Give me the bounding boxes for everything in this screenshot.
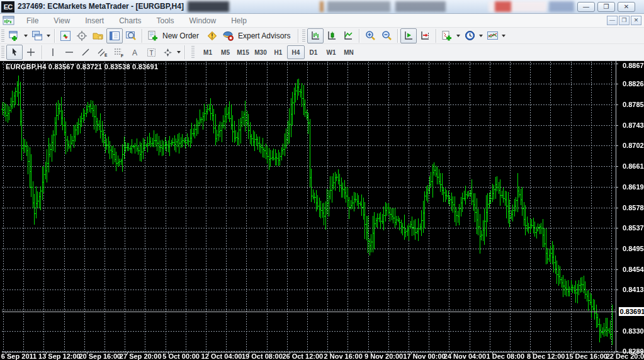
close-button[interactable]: ✕ bbox=[618, 2, 635, 12]
toolbar-separator bbox=[436, 29, 436, 43]
price-axis-label: 0.87850 bbox=[623, 101, 644, 108]
price-chart-canvas[interactable] bbox=[0, 61, 644, 360]
price-axis-label: 0.85780 bbox=[623, 204, 644, 211]
timeframe-button-d1[interactable]: D1 bbox=[305, 45, 322, 59]
new-chart-dropdown[interactable] bbox=[23, 28, 29, 43]
zoom-in-button[interactable] bbox=[362, 28, 378, 43]
indicators-button[interactable] bbox=[439, 28, 455, 43]
timeframe-button-m15[interactable]: M15 bbox=[234, 45, 252, 59]
timeframe-button-m5[interactable]: M5 bbox=[217, 45, 234, 59]
toolbar-grip[interactable] bbox=[1, 46, 4, 59]
timeframe-button-mn[interactable]: MN bbox=[340, 45, 358, 59]
time-axis-label: 13 Sep 12:00 bbox=[38, 352, 81, 360]
toolbar-separator bbox=[298, 29, 298, 43]
strategy-tester-button[interactable] bbox=[123, 28, 139, 43]
minimize-button[interactable]: — bbox=[577, 2, 595, 12]
equidistant-channel-button[interactable]: E bbox=[94, 45, 110, 60]
crosshair-button[interactable] bbox=[23, 45, 39, 60]
expert-advisors-label[interactable]: Expert Advisors bbox=[238, 31, 290, 40]
arrows-dropdown[interactable] bbox=[176, 45, 182, 60]
price-axis-label: 0.86610 bbox=[623, 162, 644, 170]
menu-bar: FileViewInsertChartsToolsWindowHelp — ❐ … bbox=[0, 14, 644, 28]
timeframe-button-h1[interactable]: H1 bbox=[269, 45, 287, 59]
arrows-button[interactable] bbox=[159, 45, 176, 60]
time-axis-label: 6 Sep 2011 bbox=[1, 352, 37, 360]
terminal-button[interactable] bbox=[106, 28, 123, 43]
market-watch-button[interactable] bbox=[57, 28, 74, 43]
price-axis-label: 0.88670 bbox=[623, 62, 644, 69]
profiles-button[interactable] bbox=[29, 28, 45, 43]
templates-dropdown[interactable] bbox=[500, 28, 507, 43]
time-axis-label: 1 Dec 08:00 bbox=[487, 352, 525, 360]
toolbar-grip[interactable] bbox=[191, 46, 195, 59]
line-chart-button[interactable] bbox=[340, 28, 356, 43]
background-blob bbox=[320, 1, 324, 12]
alert-icon[interactable]: ! bbox=[204, 28, 220, 43]
mdi-restore-button[interactable]: ❐ bbox=[619, 16, 630, 25]
time-axis-label: 20 Sep 16:00 bbox=[79, 352, 121, 360]
bar-chart-button[interactable] bbox=[307, 28, 324, 43]
toolbar-grip[interactable] bbox=[1, 30, 4, 42]
time-axis-label: 2 Nov 16:00 bbox=[324, 352, 363, 360]
menu-item-view[interactable]: View bbox=[46, 15, 77, 26]
menu-item-insert[interactable]: Insert bbox=[77, 15, 111, 26]
new-chart-button[interactable] bbox=[6, 28, 23, 43]
svg-text:E: E bbox=[105, 53, 108, 57]
fibonacci-button[interactable]: F bbox=[110, 45, 127, 60]
maximize-button[interactable]: ❐ bbox=[597, 2, 615, 12]
chart-area[interactable]: EURGBP,H4 0.83567 0.83721 0.83538 0.8369… bbox=[0, 61, 644, 360]
data-window-button[interactable] bbox=[74, 28, 90, 43]
menu-item-charts[interactable]: Charts bbox=[111, 15, 149, 26]
price-axis-label: 0.83300 bbox=[623, 327, 644, 335]
time-axis-label: 12 Oct 04:00 bbox=[201, 352, 242, 360]
mdi-close-button[interactable]: ✕ bbox=[631, 16, 641, 25]
ohlc-info-label: EURGBP,H4 0.83567 0.83721 0.83538 0.8369… bbox=[6, 63, 158, 70]
timeframe-button-h4[interactable]: H4 bbox=[287, 45, 305, 59]
profiles-dropdown[interactable] bbox=[45, 28, 52, 43]
new-order-label[interactable]: New Order bbox=[162, 31, 199, 40]
price-axis-label: 0.85370 bbox=[623, 224, 644, 232]
time-axis-label: 5 Oct 00:00 bbox=[162, 352, 200, 360]
toolbar-grip[interactable] bbox=[302, 30, 305, 42]
navigator-button[interactable] bbox=[90, 28, 106, 43]
templates-button[interactable] bbox=[484, 28, 500, 43]
menu-item-file[interactable]: File bbox=[19, 15, 46, 26]
toolbar-separator bbox=[142, 29, 142, 43]
svg-text:F: F bbox=[121, 53, 123, 58]
svg-text:T: T bbox=[149, 49, 153, 56]
timeframe-button-m30[interactable]: M30 bbox=[252, 45, 269, 59]
price-axis-label: 0.87020 bbox=[623, 142, 644, 149]
price-axis-label: 0.86190 bbox=[623, 183, 644, 191]
zoom-out-button[interactable] bbox=[378, 28, 395, 43]
time-axis-label: 9 Nov 20:00 bbox=[364, 352, 403, 360]
text-label-button[interactable]: T bbox=[143, 45, 159, 60]
chart-document-icon bbox=[3, 16, 15, 26]
horizontal-line-button[interactable] bbox=[61, 45, 77, 60]
indicators-dropdown[interactable] bbox=[455, 28, 461, 43]
time-axis-label: 15 Dec 16:00 bbox=[565, 352, 607, 360]
mdi-minimize-button[interactable]: — bbox=[607, 16, 618, 25]
chart-shift-button[interactable] bbox=[417, 28, 433, 43]
price-axis-label: 0.84540 bbox=[623, 266, 644, 273]
svg-text:!: ! bbox=[211, 33, 213, 40]
toolbar-separator bbox=[359, 29, 359, 43]
menu-item-window[interactable]: Window bbox=[182, 15, 224, 26]
trend-line-button[interactable] bbox=[77, 45, 94, 60]
cursor-button[interactable] bbox=[6, 45, 23, 60]
toolbar-separator bbox=[184, 45, 185, 59]
candlestick-chart-button[interactable] bbox=[324, 28, 340, 43]
auto-scroll-button[interactable] bbox=[400, 28, 417, 43]
timeframe-button-w1[interactable]: W1 bbox=[322, 45, 340, 59]
text-button[interactable]: A bbox=[127, 45, 143, 60]
price-axis-label: 0.84950 bbox=[623, 245, 644, 252]
line-studies-toolbar: E F A T bbox=[0, 44, 644, 61]
title-bar[interactable]: EC 237469: ECMarkets MetaTrader - [EURGB… bbox=[0, 0, 644, 14]
new-order-button[interactable] bbox=[145, 28, 161, 43]
periods-button[interactable] bbox=[461, 28, 478, 43]
menu-item-tools[interactable]: Tools bbox=[149, 15, 182, 26]
expert-advisors-button[interactable] bbox=[220, 28, 237, 43]
periods-dropdown[interactable] bbox=[478, 28, 484, 43]
timeframe-button-m1[interactable]: M1 bbox=[199, 45, 217, 59]
menu-item-help[interactable]: Help bbox=[223, 15, 254, 26]
vertical-line-button[interactable] bbox=[45, 45, 61, 60]
